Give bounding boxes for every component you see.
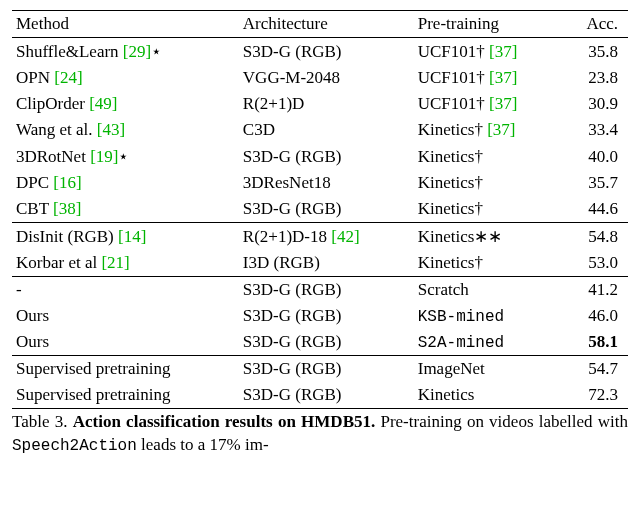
cell-arch: S3D-G (RGB) bbox=[239, 329, 414, 356]
arch: S3D-G (RGB) bbox=[243, 199, 342, 218]
table-row: Korbar et al [21]I3D (RGB)Kinetics†53.0 bbox=[12, 250, 628, 277]
method: Shuffle&Learn [29]⋆ bbox=[16, 42, 162, 61]
method-suffix: ⋆ bbox=[118, 147, 129, 166]
results-table: Method Architecture Pre-training Acc. Sh… bbox=[12, 10, 628, 409]
cell-method: Wang et al. [43] bbox=[12, 117, 239, 143]
cell-arch: S3D-G (RGB) bbox=[239, 303, 414, 329]
pretrain-text: Scratch bbox=[418, 280, 469, 299]
cell-arch: S3D-G (RGB) bbox=[239, 356, 414, 383]
cell-method: DisInit (RGB) [14] bbox=[12, 223, 239, 251]
acc-value: 40.0 bbox=[588, 147, 618, 166]
pretrain-tt: KSB-mined bbox=[418, 308, 504, 326]
method-text: Supervised pretraining bbox=[16, 359, 170, 378]
method: Supervised pretraining bbox=[16, 385, 170, 404]
cell-acc: 33.4 bbox=[565, 117, 628, 143]
cell-method: Supervised pretraining bbox=[12, 356, 239, 383]
arch: R(2+1)D-18 [42] bbox=[243, 227, 360, 246]
cell-acc: 46.0 bbox=[565, 303, 628, 329]
arch: 3DResNet18 bbox=[243, 173, 331, 192]
cell-method: 3DRotNet [19]⋆ bbox=[12, 143, 239, 170]
pretrain: Kinetics† bbox=[418, 173, 483, 192]
cell-acc: 40.0 bbox=[565, 143, 628, 170]
cell-arch: S3D-G (RGB) bbox=[239, 196, 414, 223]
table-row: OursS3D-G (RGB)S2A-mined58.1 bbox=[12, 329, 628, 356]
method-text: Ours bbox=[16, 332, 49, 351]
arch: VGG-M-2048 bbox=[243, 68, 340, 87]
cell-pretrain: Kinetics† [37] bbox=[414, 117, 565, 143]
caption-text-b: leads to a 17% im- bbox=[137, 435, 269, 454]
pretrain-text: Kinetics† bbox=[418, 173, 483, 192]
cell-arch: S3D-G (RGB) bbox=[239, 143, 414, 170]
caption-tt: Speech2Action bbox=[12, 437, 137, 455]
col-acc: Acc. bbox=[565, 11, 628, 38]
pretrain-text: UCF101† bbox=[418, 42, 489, 61]
pretrain-tt: S2A-mined bbox=[418, 334, 504, 352]
cell-pretrain: Kinetics† bbox=[414, 143, 565, 170]
cell-pretrain: Kinetics† bbox=[414, 170, 565, 196]
pretrain-cite: [37] bbox=[489, 68, 517, 87]
table-row: DPC [16]3DResNet18Kinetics†35.7 bbox=[12, 170, 628, 196]
method-text: Shuffle&Learn bbox=[16, 42, 123, 61]
cell-acc: 35.8 bbox=[565, 38, 628, 66]
pretrain-text: Kinetics bbox=[418, 385, 475, 404]
pretrain-text: ImageNet bbox=[418, 359, 485, 378]
table-row: Supervised pretrainingS3D-G (RGB)ImageNe… bbox=[12, 356, 628, 383]
method-cite: [14] bbox=[118, 227, 146, 246]
cell-arch: R(2+1)D-18 [42] bbox=[239, 223, 414, 251]
cell-pretrain: Scratch bbox=[414, 277, 565, 304]
pretrain: KSB-mined bbox=[418, 306, 504, 325]
method: Ours bbox=[16, 332, 49, 351]
col-pretrain: Pre-training bbox=[414, 11, 565, 38]
method: 3DRotNet [19]⋆ bbox=[16, 147, 129, 166]
method-cite: [49] bbox=[89, 94, 117, 113]
method-text: DPC bbox=[16, 173, 53, 192]
arch-cite: [42] bbox=[331, 227, 359, 246]
table-row: Supervised pretrainingS3D-G (RGB)Kinetic… bbox=[12, 382, 628, 409]
pretrain: Scratch bbox=[418, 280, 469, 299]
acc-value: 30.9 bbox=[588, 94, 618, 113]
acc-value: 33.4 bbox=[588, 120, 618, 139]
table-row: ClipOrder [49]R(2+1)DUCF101† [37]30.9 bbox=[12, 91, 628, 117]
table-row: Wang et al. [43]C3DKinetics† [37]33.4 bbox=[12, 117, 628, 143]
method-cite: [16] bbox=[53, 173, 81, 192]
cell-pretrain: KSB-mined bbox=[414, 303, 565, 329]
cell-acc: 53.0 bbox=[565, 250, 628, 277]
acc-value: 46.0 bbox=[588, 306, 618, 325]
cell-pretrain: UCF101† [37] bbox=[414, 38, 565, 66]
cell-pretrain: UCF101† [37] bbox=[414, 65, 565, 91]
arch: S3D-G (RGB) bbox=[243, 147, 342, 166]
cell-arch: S3D-G (RGB) bbox=[239, 277, 414, 304]
table-row: CBT [38]S3D-G (RGB)Kinetics†44.6 bbox=[12, 196, 628, 223]
acc-value: 53.0 bbox=[588, 253, 618, 272]
acc-value: 58.1 bbox=[588, 332, 618, 351]
method-text: Wang et al. bbox=[16, 120, 97, 139]
cell-acc: 35.7 bbox=[565, 170, 628, 196]
pretrain: Kinetics† bbox=[418, 199, 483, 218]
method: CBT [38] bbox=[16, 199, 81, 218]
arch: S3D-G (RGB) bbox=[243, 42, 342, 61]
cell-method: Ours bbox=[12, 329, 239, 356]
method-text: Supervised pretraining bbox=[16, 385, 170, 404]
method-text: DisInit (RGB) bbox=[16, 227, 118, 246]
method-text: CBT bbox=[16, 199, 53, 218]
pretrain-cite: [37] bbox=[489, 94, 517, 113]
cell-method: - bbox=[12, 277, 239, 304]
pretrain: Kinetics† bbox=[418, 253, 483, 272]
pretrain-text: Kinetics† bbox=[418, 147, 483, 166]
cell-arch: R(2+1)D bbox=[239, 91, 414, 117]
cell-acc: 30.9 bbox=[565, 91, 628, 117]
col-method: Method bbox=[12, 11, 239, 38]
arch: S3D-G (RGB) bbox=[243, 359, 342, 378]
pretrain-text: Kinetics† bbox=[418, 253, 483, 272]
method: DisInit (RGB) [14] bbox=[16, 227, 146, 246]
pretrain: Kinetics bbox=[418, 385, 475, 404]
acc-value: 54.8 bbox=[588, 227, 618, 246]
acc-value: 35.7 bbox=[588, 173, 618, 192]
method: ClipOrder [49] bbox=[16, 94, 118, 113]
pretrain-text: Kinetics† bbox=[418, 199, 483, 218]
method-text: OPN bbox=[16, 68, 54, 87]
acc-value: 23.8 bbox=[588, 68, 618, 87]
table-row: Shuffle&Learn [29]⋆S3D-G (RGB)UCF101† [3… bbox=[12, 38, 628, 66]
arch: S3D-G (RGB) bbox=[243, 306, 342, 325]
acc-value: 44.6 bbox=[588, 199, 618, 218]
